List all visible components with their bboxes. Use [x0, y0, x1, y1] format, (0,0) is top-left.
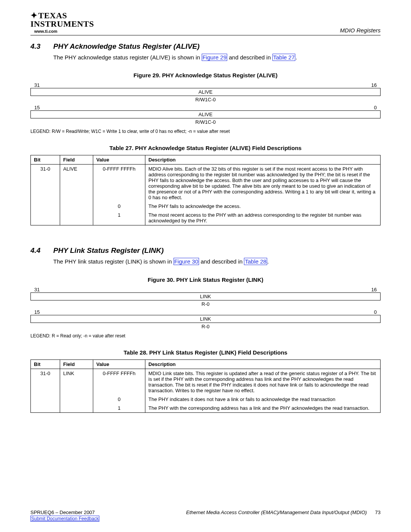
alive-attr-lo: R/W1C-0 [30, 119, 381, 125]
col-value: Value [93, 155, 145, 165]
table-header-row: Bit Field Value Description [31, 155, 381, 165]
ti-logo: ✦TEXAS INSTRUMENTS [30, 11, 94, 28]
doc-number: SPRUEQ6 – December 2007 [30, 510, 95, 515]
figure-29-title: Figure 29. PHY Acknowledge Status Regist… [30, 72, 381, 78]
table-row: 0 The PHY indicates it does not have a l… [31, 395, 381, 404]
table-28-title: Table 28. PHY Link Status Register (LINK… [30, 349, 381, 356]
section-heading-4-4: 4.4 PHY Link Status Register (LINK) [30, 246, 381, 255]
header-section-title: MDIO Registers [340, 27, 381, 34]
bit-0: 0 [374, 105, 377, 110]
col-bit: Bit [31, 359, 60, 369]
link-field-lo: LINK [30, 315, 381, 323]
link-attr-lo: R-0 [30, 324, 381, 329]
bit-15: 15 [34, 105, 40, 110]
bit-16: 16 [371, 82, 377, 88]
table-27-link[interactable]: Table 27 [272, 54, 296, 61]
ti-logo-block: ✦TEXAS INSTRUMENTS www.ti.com [30, 11, 94, 34]
footer-doc-title: Ethernet Media Access Controller (EMAC)/… [186, 510, 367, 515]
bit-15: 15 [34, 309, 40, 315]
alive-field-hi: ALIVE [30, 88, 381, 96]
alive-attr-hi: R/W1C-0 [30, 97, 381, 102]
logo-url: www.ti.com [34, 29, 94, 34]
section-title: PHY Link Status Register (LINK) [53, 246, 164, 255]
table-row: 1 The most recent access to the PHY with… [31, 211, 381, 225]
section-4-4-intro: The PHY link status register (LINK) is s… [53, 258, 381, 265]
bit-31: 31 [34, 287, 40, 292]
page-header: ✦TEXAS INSTRUMENTS www.ti.com MDIO Regis… [30, 11, 381, 35]
table-28-link[interactable]: Table 28 [244, 258, 267, 265]
bit-31: 31 [34, 82, 40, 88]
section-title: PHY Acknowledge Status Register (ALIVE) [53, 42, 199, 51]
table-27: Bit Field Value Description 31-0 ALIVE 0… [30, 155, 381, 225]
section-heading-4-3: 4.3 PHY Acknowledge Status Register (ALI… [30, 42, 381, 51]
figure-29-diagram: 3116 ALIVE R/W1C-0 150 ALIVE R/W1C-0 [30, 82, 381, 125]
table-28: Bit Field Value Description 31-0 LINK 0-… [30, 359, 381, 413]
logo-line2: INSTRUMENTS [30, 19, 94, 29]
figure-30-title: Figure 30. PHY Link Status Register (LIN… [30, 276, 381, 283]
section-4-3-intro: The PHY acknowledge status register (ALI… [53, 54, 381, 61]
col-value: Value [93, 359, 145, 369]
submit-feedback-link[interactable]: Submit Documentation Feedback [30, 516, 99, 522]
table-row: 0 The PHY fails to acknowledge the acces… [31, 202, 381, 211]
table-header-row: Bit Field Value Description [31, 359, 381, 369]
section-number: 4.3 [30, 42, 46, 51]
figure-29-legend: LEGEND: R/W = Read/Write; W1C = Write 1 … [30, 129, 381, 134]
link-attr-hi: R-0 [30, 301, 381, 307]
figure-30-legend: LEGEND: R = Read only; -n = value after … [30, 333, 381, 339]
col-field: Field [60, 155, 93, 165]
col-field: Field [60, 359, 93, 369]
table-row: 31-0 LINK 0-FFFF FFFFh MDIO Link state b… [31, 369, 381, 395]
bit-16: 16 [371, 287, 377, 292]
figure-29-link[interactable]: Figure 29 [202, 54, 227, 61]
col-description: Description [145, 155, 381, 165]
page-footer: SPRUEQ6 – December 2007 Ethernet Media A… [30, 510, 381, 521]
table-row: 31-0 ALIVE 0-FFFF FFFFh MDIO Alive bits.… [31, 165, 381, 202]
link-field-hi: LINK [30, 292, 381, 300]
table-27-title: Table 27. PHY Acknowledge Status Registe… [30, 145, 381, 151]
col-bit: Bit [31, 155, 60, 165]
page-number: 73 [375, 510, 381, 515]
figure-30-link[interactable]: Figure 30 [174, 258, 199, 265]
bit-0: 0 [374, 309, 377, 315]
section-number: 4.4 [30, 246, 46, 255]
ti-chip-icon: ✦ [30, 11, 38, 20]
alive-field-lo: ALIVE [30, 110, 381, 118]
table-row: 1 The PHY with the corresponding address… [31, 404, 381, 413]
figure-30-diagram: 3116 LINK R-0 150 LINK R-0 [30, 287, 381, 329]
col-description: Description [145, 359, 381, 369]
